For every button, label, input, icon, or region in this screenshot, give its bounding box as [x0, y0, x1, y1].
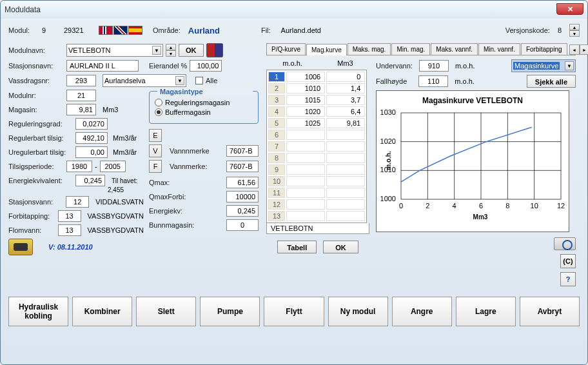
v-button[interactable]: V	[149, 144, 162, 157]
table-rownum[interactable]: 13	[268, 211, 285, 221]
vannmerke2-input[interactable]	[226, 161, 259, 172]
vannmerke1-input[interactable]	[226, 145, 259, 157]
table-cell[interactable]: 9,81	[326, 118, 365, 128]
table-rownum[interactable]: 4	[268, 106, 285, 117]
table-rownum[interactable]: 1	[268, 72, 285, 82]
radio-buffer[interactable]: Buffermagasin	[155, 108, 253, 116]
tab-pqkurve[interactable]: P/Q-kurve	[266, 43, 306, 55]
avbryt-button[interactable]: Avbryt	[520, 297, 580, 326]
tab-magkurve[interactable]: Mag.kurve	[306, 44, 347, 55]
lagre-button[interactable]: Lagre	[456, 297, 516, 326]
close-button[interactable]: ✕	[556, 3, 583, 15]
radio-regulering[interactable]: Reguleringsmagasin	[155, 99, 253, 106]
table-cell[interactable]: 0	[326, 72, 365, 82]
energiekv2-input[interactable]	[226, 205, 259, 217]
vassdrag-dropdown[interactable]: Aurlandselva ▼	[103, 74, 186, 87]
table-cell[interactable]	[326, 130, 365, 140]
table-rownum[interactable]: 6	[268, 130, 285, 140]
binoculars-icon[interactable]	[8, 239, 33, 255]
modulnavn-spinner[interactable]: ▲ ▼	[166, 44, 176, 57]
table-cell[interactable]	[326, 188, 365, 198]
tab-right-icon[interactable]: ►	[580, 44, 588, 55]
uregtilsig-input[interactable]	[75, 146, 108, 158]
flag-es-icon[interactable]	[128, 26, 142, 35]
table-rownum[interactable]: 10	[268, 176, 285, 186]
modulnr-input[interactable]	[66, 90, 96, 101]
table-cell[interactable]: 1020	[286, 106, 325, 117]
table-rownum[interactable]: 8	[268, 153, 285, 163]
flytt-button[interactable]: Flytt	[264, 297, 324, 326]
c-button[interactable]: (C)	[560, 254, 576, 268]
table-cell[interactable]	[286, 176, 325, 186]
stasjonsnavn-input[interactable]	[66, 60, 139, 72]
data-table[interactable]: 110060210101,4310153,7410206,4510259,816…	[266, 70, 367, 223]
stasjonsvann-input[interactable]	[66, 196, 89, 208]
table-cell[interactable]	[286, 130, 325, 140]
pumpe-button[interactable]: Pumpe	[200, 297, 260, 326]
fallhoyde-input[interactable]	[418, 75, 448, 87]
table-cell[interactable]	[326, 141, 365, 152]
forbitapping-input[interactable]	[58, 210, 81, 222]
reggrad-input[interactable]	[75, 118, 108, 130]
table-cell[interactable]: 1010	[286, 83, 325, 94]
table-cell[interactable]	[286, 199, 325, 210]
table-cell[interactable]	[326, 199, 365, 210]
table-cell[interactable]: 6,4	[326, 106, 365, 117]
undervann-input[interactable]	[419, 60, 449, 72]
alle-checkbox[interactable]	[195, 77, 203, 84]
book-icon[interactable]	[206, 43, 223, 57]
table-cell[interactable]: 1006	[286, 72, 325, 82]
spinner-up-icon[interactable]: ▲	[166, 44, 176, 50]
table-rownum[interactable]: 12	[268, 199, 285, 210]
table-cell[interactable]	[326, 164, 365, 175]
flag-no-icon[interactable]	[99, 26, 113, 35]
table-rownum[interactable]: 5	[268, 118, 285, 128]
e-button[interactable]: E	[149, 129, 162, 142]
tilsig-from-input[interactable]	[66, 161, 92, 172]
table-cell[interactable]	[326, 211, 365, 221]
table-rownum[interactable]: 11	[268, 188, 285, 198]
camera-icon[interactable]	[554, 237, 576, 250]
tabell-button[interactable]: Tabell	[277, 241, 317, 253]
tilsig-to-input[interactable]	[100, 161, 126, 172]
f-button[interactable]: F	[149, 160, 162, 173]
table-cell[interactable]	[286, 153, 325, 163]
flag-uk-icon[interactable]	[113, 26, 128, 35]
bunnmagasin-input[interactable]	[226, 219, 259, 231]
spinner-up-icon[interactable]: ▲	[569, 24, 580, 30]
magasin-input[interactable]	[66, 104, 96, 115]
table-cell[interactable]: 3,7	[326, 95, 365, 105]
energiekv-input[interactable]	[75, 175, 105, 186]
flomvann-input[interactable]	[58, 224, 81, 236]
qmaxforbi-input[interactable]	[226, 191, 259, 202]
table-rownum[interactable]: 2	[268, 83, 285, 94]
table-cell[interactable]: 1025	[286, 118, 325, 128]
help-button[interactable]: ?	[560, 272, 576, 286]
tab-left-icon[interactable]: ◄	[569, 44, 580, 55]
sjekk-alle-button[interactable]: Sjekk alle	[527, 75, 576, 88]
table-cell[interactable]	[326, 153, 365, 163]
table-cell[interactable]	[326, 176, 365, 186]
eierandel-input[interactable]	[190, 60, 222, 72]
tab-forbitapping[interactable]: Forbitapping	[521, 43, 567, 55]
versjon-spinner[interactable]: ▲ ▼	[569, 24, 580, 37]
nymodul-button[interactable]: Ny modul	[328, 297, 388, 326]
table-cell[interactable]	[286, 141, 325, 152]
table-cell[interactable]	[286, 211, 325, 221]
kurve-dropdown[interactable]: Magasinkurve ▼	[511, 59, 576, 72]
table-rownum[interactable]: 9	[268, 164, 285, 175]
spinner-down-icon[interactable]: ▼	[569, 30, 580, 37]
angre-button[interactable]: Angre	[392, 297, 452, 326]
vassdrag-input[interactable]	[66, 75, 96, 86]
table-cell[interactable]	[286, 188, 325, 198]
modulnavn-dropdown[interactable]: VETLEBOTN ▼	[66, 44, 163, 57]
kombiner-button[interactable]: Kombiner	[72, 297, 132, 326]
table-rownum[interactable]: 7	[268, 141, 285, 152]
tab-minmag[interactable]: Min. mag.	[391, 43, 430, 55]
slett-button[interactable]: Slett	[136, 297, 196, 326]
table-ok-button[interactable]: OK	[323, 241, 358, 253]
table-cell[interactable]	[286, 164, 325, 175]
spinner-down-icon[interactable]: ▼	[166, 50, 176, 57]
qmax-input[interactable]	[226, 177, 259, 188]
ok-button[interactable]: OK	[179, 44, 204, 57]
